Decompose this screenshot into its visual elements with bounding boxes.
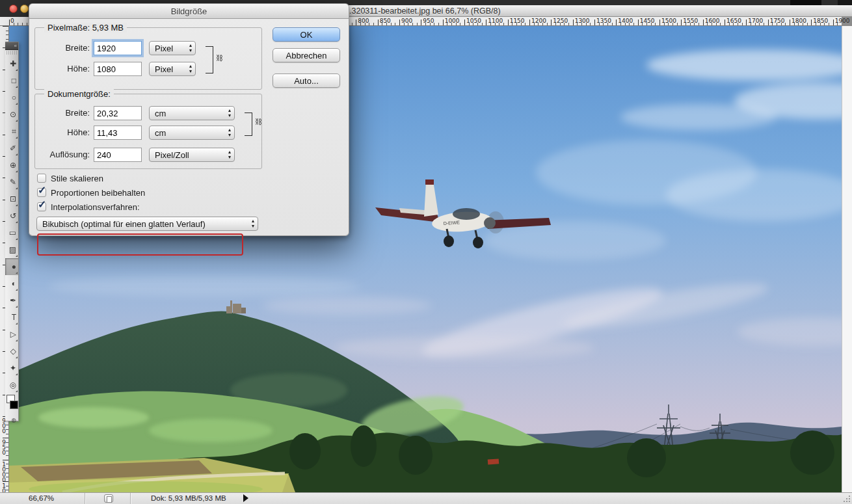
- width-unit-value: Pixel: [155, 44, 173, 53]
- red-roof: [488, 458, 499, 464]
- ruler-label: 1000: [445, 18, 460, 24]
- quick-mask-icon[interactable]: ◍: [5, 416, 18, 425]
- height-pixels-input[interactable]: [94, 62, 142, 76]
- status-divider2: [130, 493, 131, 504]
- ruler-origin-label: 0: [10, 18, 14, 24]
- ruler-label: 900: [401, 18, 412, 24]
- ruler-label: 1800: [792, 18, 806, 24]
- constrain-proportions-checkbox[interactable]: ✓: [37, 188, 46, 197]
- ruler-label: 950: [1, 439, 7, 455]
- eyedropper-tool[interactable]: ✐: [5, 140, 18, 157]
- interpolation-method-value: Bikubisch (optimal für einen glatten Ver…: [42, 219, 206, 229]
- quick-selection-tool[interactable]: ⊙: [5, 106, 18, 123]
- width-pixels-input[interactable]: [94, 41, 142, 55]
- healing-brush-tool[interactable]: ⊕: [5, 157, 18, 174]
- auto-button[interactable]: Auto...: [273, 73, 340, 88]
- background-color-swatch[interactable]: [10, 401, 18, 409]
- ruler-label: 1900: [835, 18, 850, 24]
- resample-image-label: Interpolationsverfahren:: [51, 202, 140, 212]
- doc-width-input[interactable]: [94, 106, 142, 120]
- photoshop-window: D-EIWE .320311-bearbeitet.jpg bei 66,7% …: [0, 0, 852, 504]
- minimize-button[interactable]: [20, 5, 29, 13]
- resolution-input[interactable]: [94, 148, 142, 162]
- pixel-dimensions-group: Pixelmaße: 5,93 MB Breite: Pixel ▴▾ Höhe…: [34, 27, 262, 90]
- interpolation-method-popup[interactable]: Bikubisch (optimal für einen glatten Ver…: [36, 217, 258, 231]
- status-menu-arrow-icon[interactable]: [243, 494, 248, 502]
- ruler-label: 1650: [726, 18, 741, 24]
- panel-grip[interactable]: [7, 51, 17, 55]
- doc-preview-icon[interactable]: [104, 494, 113, 503]
- ruler-label: 1600: [705, 18, 720, 24]
- app-frame-tab2: [838, 0, 852, 5]
- ok-button[interactable]: OK: [273, 27, 340, 42]
- crop-tool[interactable]: ⌗: [5, 123, 18, 140]
- ruler-label: 950: [423, 18, 434, 24]
- ruler-label: 1850: [813, 18, 828, 24]
- width-unit-popup[interactable]: Pixel ▴▾: [149, 41, 196, 55]
- doc-height-input[interactable]: [94, 126, 142, 140]
- pen-tool[interactable]: ✒: [5, 292, 18, 309]
- doc-width-unit-value: cm: [155, 109, 166, 118]
- tools-panel: « ✚□○⊙⌗✐⊕✎⊡↺▭▨●◐✒T▷◇✦◎ ◍: [5, 42, 19, 421]
- window-controls-area: [0, 0, 31, 17]
- ruler-label: 1000: [1, 461, 7, 482]
- hand-tool[interactable]: ✦: [5, 360, 18, 377]
- color-swatches: [5, 393, 18, 416]
- history-brush-tool[interactable]: ↺: [5, 207, 18, 224]
- shape-tool[interactable]: ◇: [5, 343, 18, 360]
- marquee-tool[interactable]: □: [5, 72, 18, 89]
- height-label: Höhe:: [35, 64, 90, 73]
- stepper-arrows-icon4: ▴▾: [228, 127, 231, 138]
- ruler-label: 1750: [770, 18, 785, 24]
- close-button[interactable]: [9, 5, 18, 13]
- stepper-arrows-icon3: ▴▾: [228, 108, 231, 118]
- resolution-unit-popup[interactable]: Pixel/Zoll ▴▾: [149, 148, 235, 162]
- move-tool[interactable]: ✚: [5, 55, 18, 72]
- eraser-tool[interactable]: ▭: [5, 224, 18, 241]
- ruler-label: 1150: [510, 18, 525, 24]
- lasso-tool[interactable]: ○: [5, 89, 18, 106]
- vertical-scrollbar[interactable]: [842, 26, 852, 492]
- status-bar: 66,67% Dok: 5,93 MB/5,93 MB: [0, 492, 852, 504]
- doc-height-label: Höhe:: [35, 127, 90, 137]
- stepper-arrows-icon5: ▴▾: [228, 150, 231, 160]
- doc-group-legend: Dokumentgröße:: [44, 89, 114, 99]
- app-frame-tab: [790, 0, 821, 5]
- zoom-level-field[interactable]: 66,67%: [29, 494, 54, 502]
- type-tool[interactable]: T: [5, 309, 18, 326]
- pixel-group-legend: Pixelmaße: 5,93 MB: [44, 23, 127, 33]
- link-bracket-2: [245, 113, 252, 136]
- cancel-button[interactable]: Abbrechen: [273, 48, 340, 62]
- doc-width-unit-popup[interactable]: cm ▴▾: [149, 106, 235, 120]
- ruler-label: 1700: [748, 18, 763, 24]
- width-label: Breite:: [35, 43, 90, 53]
- gradient-tool[interactable]: ▨: [5, 241, 18, 258]
- ruler-label: 1300: [575, 18, 590, 24]
- window-resize-grip[interactable]: [842, 495, 851, 503]
- height-unit-value: Pixel: [155, 64, 173, 74]
- stepper-arrows-icon: ▴▾: [189, 43, 192, 53]
- path-selection-tool[interactable]: ▷: [5, 326, 18, 343]
- dialog-titlebar[interactable]: Bildgröße: [29, 4, 349, 19]
- ruler-label: 800: [358, 18, 369, 24]
- ruler-label: 1550: [683, 18, 698, 24]
- blur-tool[interactable]: ●: [5, 258, 18, 275]
- stepper-arrows-icon2: ▴▾: [189, 64, 192, 74]
- ruler-label: 850: [380, 18, 391, 24]
- stepper-arrows-icon6: ▴▾: [252, 219, 254, 229]
- dodge-tool[interactable]: ◐: [5, 275, 18, 292]
- brush-tool[interactable]: ✎: [5, 174, 18, 191]
- zoom-tool[interactable]: ◎: [5, 377, 18, 393]
- resample-image-checkbox[interactable]: ✓: [37, 202, 46, 211]
- clone-stamp-tool[interactable]: ⊡: [5, 191, 18, 207]
- scale-styles-checkbox[interactable]: ✓: [37, 174, 46, 183]
- ruler-label: 1500: [661, 18, 676, 24]
- status-divider: [85, 493, 85, 504]
- doc-height-unit-popup[interactable]: cm ▴▾: [149, 126, 235, 140]
- collapse-panel-button[interactable]: «: [5, 42, 18, 50]
- chain-link-icon-2: ⛓: [255, 118, 262, 126]
- ruler-label: 1200: [531, 18, 546, 24]
- image-size-dialog: Bildgröße Pixelmaße: 5,93 MB Breite: Pix…: [29, 3, 349, 236]
- height-unit-popup[interactable]: Pixel ▴▾: [149, 62, 196, 76]
- document-size-info: Dok: 5,93 MB/5,93 MB: [151, 494, 226, 502]
